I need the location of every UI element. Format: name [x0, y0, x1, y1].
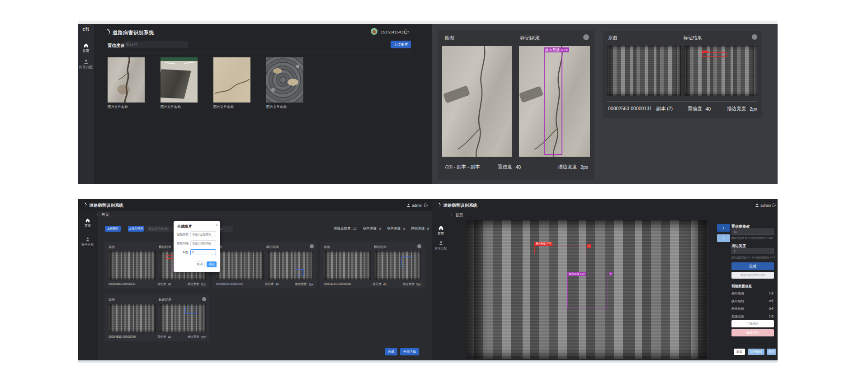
confidence-hint: 默认置信度 40 可设置的范围为 1-100 [731, 237, 773, 240]
results-panel: 原图 标记结果 纵向裂缝 0.75 720 - 副本 - 副本 置信度40 描边… [432, 24, 778, 184]
home-icon [85, 218, 90, 223]
modal-title: 合成图片 [177, 224, 192, 229]
username: admin [412, 203, 422, 208]
annotation-close-icon[interactable]: × [587, 244, 591, 248]
person-icon [439, 241, 443, 246]
confidence-value: 40 [516, 164, 521, 170]
marked-result-label: 标记结果 [266, 245, 279, 249]
select-toggle[interactable] [752, 34, 757, 40]
stroke-readout: 描边宽度2px [188, 282, 206, 286]
start-mileage-input[interactable] [190, 231, 216, 237]
person-icon [406, 203, 410, 207]
photo-thumbnail[interactable] [108, 57, 145, 103]
bbox-longitudinal-crack [544, 47, 562, 155]
bottom-strip [78, 360, 778, 363]
list-card[interactable]: 原图 标记结果 00004039-00000207 置信度40 描边宽度2px [212, 242, 317, 289]
close-icon[interactable]: × [216, 223, 218, 228]
confidence-input[interactable] [731, 228, 774, 235]
detail-image[interactable]: 横向裂缝 0.55 × 纵向裂缝 1.00 × [467, 220, 708, 359]
prev-image-button[interactable]: ‹ [717, 224, 730, 232]
stat-row-mesh: 网状裂缝0个 [731, 307, 774, 311]
upload-image-button[interactable]: 上传图片 [105, 226, 121, 232]
original-image [216, 251, 264, 280]
run-recognition-button[interactable]: 运行识别 [748, 349, 764, 355]
crescent-logo-icon [84, 202, 87, 207]
sidebar-item-label: 首页 [78, 49, 94, 53]
logout-icon[interactable] [772, 203, 776, 207]
app-title: 道路病害识别系统 [89, 203, 123, 209]
columns-input[interactable] [190, 249, 216, 255]
bbox-longitudinal-crack[interactable] [567, 272, 608, 308]
select-toggle[interactable] [310, 244, 314, 248]
marked-image [267, 251, 313, 280]
result-filename: 00004039-00000207 [216, 282, 243, 285]
original-label: 原图 [444, 35, 454, 42]
list-card[interactable]: 原图 标记结果 00004855-00000249 置信度40 描边宽度2px [104, 294, 209, 341]
list-page-panel: 道路病害识别系统 admin 首页 账号分配 〈 首页 上传图片 上传文件夹 确… [78, 199, 432, 360]
stroke-hint: 默认描边宽度 2px 可设置的范围为 1-10 [731, 256, 775, 259]
download-image-button[interactable]: 下载图片 [731, 320, 774, 327]
confidence-input[interactable] [124, 41, 188, 48]
logout-icon[interactable] [404, 29, 409, 34]
select-toggle[interactable] [417, 244, 421, 248]
stroke-readout: 描边宽度2px [403, 282, 421, 286]
marked-image [374, 251, 421, 280]
confidence-label: 置信度 [688, 106, 702, 112]
photo-thumbnail[interactable] [160, 57, 198, 103]
photo-thumbnail[interactable] [266, 57, 303, 103]
upload-image-button[interactable]: 上传图片 [391, 41, 411, 48]
breadcrumb[interactable]: 〈 首页 [95, 212, 109, 218]
stroke-label: 描边宽度 [727, 106, 746, 112]
avatar[interactable] [371, 28, 377, 35]
save-button[interactable]: 保存 [767, 349, 776, 355]
confidence-readout: 置信度40 [157, 335, 171, 339]
stroke-readout: 描边宽度2px [727, 106, 757, 112]
original-label: 原图 [108, 298, 115, 302]
delete-image-button[interactable]: 删除图片 [731, 329, 774, 336]
bbox-transverse-crack[interactable] [534, 246, 586, 254]
upload-folder-button[interactable]: 上传文件夹 [128, 226, 144, 232]
photo-thumbnail[interactable] [213, 57, 250, 103]
list-card[interactable]: 原图 标记结果 00004214-00000216 置信度40 描边宽度2px [320, 242, 425, 289]
recalculate-button[interactable]: 根据勾选框重新计算 [731, 272, 774, 279]
crescent-logo-icon [107, 29, 111, 35]
breadcrumb[interactable]: 〈 首页 [449, 213, 463, 218]
crack-graphic [108, 57, 145, 103]
confidence-readout: 置信度40 [688, 106, 711, 112]
select-toggle[interactable] [202, 297, 206, 301]
mileage-interval-input[interactable] [190, 240, 216, 246]
bbox-transverse-crack [702, 52, 726, 57]
lane-line [165, 62, 175, 64]
cft-logo: cft [78, 27, 94, 32]
stroke-value: 2px [750, 106, 757, 112]
breadcrumb-label: 首页 [102, 212, 109, 218]
app-title: 道路病害识别系统 [113, 29, 154, 36]
done-button[interactable]: 完成 [731, 262, 774, 270]
person-icon [85, 237, 90, 242]
next-image-button[interactable]: › [717, 234, 730, 242]
marked-result-label: 标记结果 [374, 245, 387, 249]
crescent-logo-icon [438, 202, 441, 207]
breadcrumb-label: 首页 [456, 213, 463, 218]
select-toggle[interactable] [583, 34, 589, 40]
marked-image [159, 304, 206, 332]
annotation-label: 纵向裂缝 0.75 [544, 47, 569, 52]
patch [160, 69, 191, 98]
confidence-readout: 置信度40 [265, 282, 279, 286]
confidence-label: 置信度 [498, 164, 512, 170]
compose-button[interactable]: 合成 [385, 348, 397, 355]
stroke-width-input[interactable] [731, 248, 774, 254]
result-filename: 00002563-00000131 [108, 282, 136, 285]
cancel-button[interactable]: 取消 [195, 261, 205, 267]
confirm-button[interactable]: 确定 [207, 261, 217, 267]
sidebar-item-label: 账号分配 [78, 65, 94, 70]
logout-icon[interactable] [424, 203, 428, 207]
annotation-label: 纵向裂缝 1.00 [568, 272, 586, 276]
result-card: 原图 标记结果 00002563-00000131 - 副本 (2) 置信度40… [603, 31, 762, 118]
annotation-close-icon[interactable]: × [609, 272, 613, 275]
sidebar-item-label: 账号分配 [432, 247, 450, 251]
download-all-button[interactable]: 全部下载 [400, 348, 419, 355]
back-button[interactable]: 返回 [734, 349, 745, 355]
crack-stats-title: 裂缝数量信息 [731, 284, 752, 289]
result-card: 原图 标记结果 纵向裂缝 0.75 720 - 副本 - 副本 置信度40 描边… [438, 30, 594, 180]
